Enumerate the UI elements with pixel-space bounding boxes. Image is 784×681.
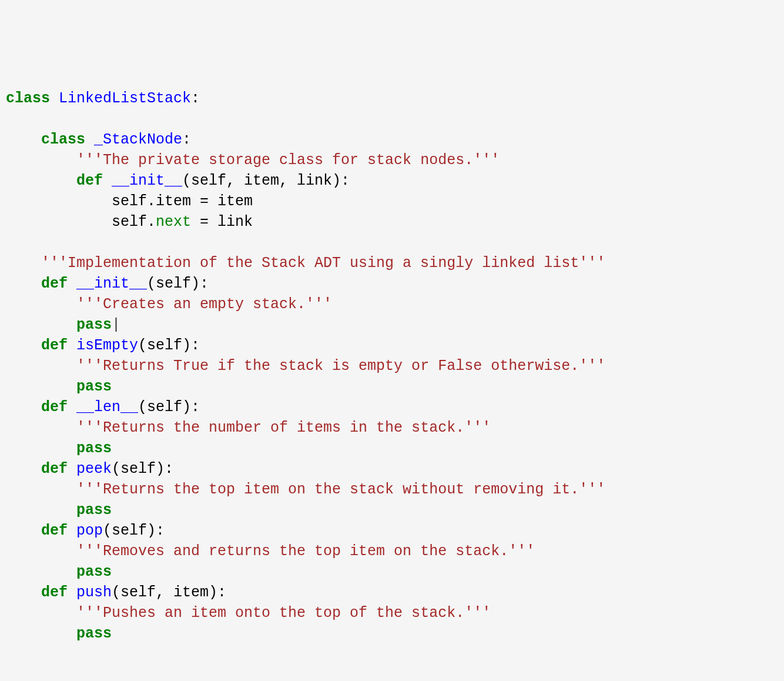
code-token: pass [76, 440, 112, 457]
code-token [6, 460, 41, 478]
code-token: '''Removes and returns the top item on t… [76, 543, 535, 560]
code-token: (self): [112, 460, 173, 478]
code-block: class LinkedListStack: class _StackNode:… [6, 88, 778, 644]
code-token: def [76, 172, 112, 189]
code-token: peek [76, 460, 112, 478]
code-token [6, 563, 76, 580]
code-token [6, 296, 76, 313]
code-token: (self): [103, 522, 165, 539]
code-token: pass [76, 316, 112, 333]
code-token [6, 481, 76, 498]
code-token: pass [76, 625, 112, 642]
text-cursor: | [112, 316, 120, 333]
code-token: _StackNode [94, 131, 182, 148]
code-token [6, 131, 41, 148]
code-token [6, 275, 41, 292]
code-token: (self, item): [112, 584, 226, 601]
code-token [6, 605, 76, 622]
code-token [6, 152, 76, 169]
code-token [6, 522, 41, 539]
code-token: (self): [138, 399, 200, 416]
code-token: '''Returns the number of items in the st… [76, 419, 491, 436]
code-token: def [41, 522, 76, 539]
code-token: '''Creates an empty stack.''' [76, 296, 332, 313]
code-token: self. [6, 213, 156, 231]
code-token: '''The private storage class for stack n… [76, 152, 500, 169]
code-token: __len__ [76, 399, 138, 416]
code-token: pass [76, 378, 112, 395]
code-token: '''Implementation of the Stack ADT using… [41, 255, 605, 272]
code-token: def [41, 399, 76, 416]
code-token [6, 399, 41, 416]
code-token [6, 316, 76, 333]
code-token: isEmpty [76, 337, 138, 354]
code-token [6, 543, 76, 560]
code-token: : [191, 90, 200, 107]
code-token: '''Returns True if the stack is empty or… [76, 358, 605, 375]
code-token: push [76, 584, 112, 601]
code-token [6, 625, 76, 642]
code-token [6, 502, 76, 519]
code-token [6, 584, 41, 601]
code-token: __init__ [112, 172, 182, 189]
code-token: (self): [147, 275, 209, 292]
code-token: : [182, 131, 191, 148]
code-token: (self, item, link): [182, 172, 350, 189]
code-token: def [41, 275, 76, 292]
code-token: class [6, 90, 59, 107]
code-token [6, 440, 76, 457]
code-token [6, 337, 41, 354]
code-token: self.item = item [6, 193, 253, 210]
code-token: '''Pushes an item onto the top of the st… [76, 605, 491, 622]
code-token: def [41, 584, 76, 601]
code-token: pass [76, 502, 112, 519]
code-token [6, 358, 76, 375]
code-token: pop [76, 522, 103, 539]
code-token [6, 172, 76, 189]
code-token: LinkedListStack [59, 90, 191, 107]
code-token: def [41, 460, 76, 478]
code-token [6, 255, 41, 272]
code-token: next [156, 213, 191, 231]
code-token: (self): [138, 337, 200, 354]
code-token: = link [191, 213, 253, 231]
code-token [6, 378, 76, 395]
code-token: __init__ [76, 275, 147, 292]
code-token: class [41, 131, 94, 148]
code-token: pass [76, 563, 112, 580]
code-token: '''Returns the top item on the stack wit… [76, 481, 605, 498]
code-token [6, 419, 76, 436]
code-token: def [41, 337, 76, 354]
